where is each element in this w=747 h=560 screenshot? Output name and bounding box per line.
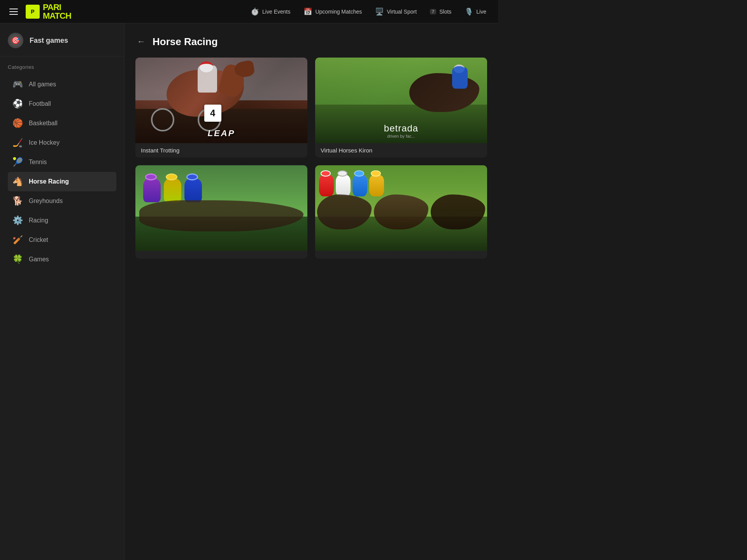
nav-slots-label: Slots (439, 9, 451, 15)
upcoming-matches-icon: 📅 (303, 7, 312, 16)
nav-item-upcoming-matches[interactable]: 📅 Upcoming Matches (298, 4, 367, 19)
logo[interactable]: P PARI MATCH (26, 3, 71, 20)
horse-race3-label (315, 251, 487, 259)
live-casino-icon: 🎙️ (465, 7, 473, 16)
slots-badge: 7 (430, 9, 436, 14)
fast-games-icon: 🎯 (8, 33, 23, 48)
racing-icon: ⚙️ (12, 215, 23, 226)
football-label: Football (29, 100, 51, 107)
game-card-instant-trotting[interactable]: 4 LEAP Instant Trotting (135, 58, 307, 158)
tennis-label: Tennis (29, 159, 47, 166)
race-number: 4 (204, 105, 221, 122)
sidebar-item-all-games[interactable]: 🎮 All games (8, 75, 116, 94)
section-title: Horse Racing (153, 36, 218, 48)
sidebar-item-horse-racing[interactable]: 🐴 Horse Racing (8, 172, 116, 191)
ice-hockey-icon: 🏒 (12, 138, 23, 148)
racing-label: Racing (29, 217, 48, 224)
categories-title: Categories (8, 64, 116, 70)
greyhounds-label: Greyhounds (29, 198, 63, 205)
game-card-virtual-horses-kiron[interactable]: betrada driven by fac... Virtual Horses … (315, 58, 487, 158)
football-icon: ⚽ (12, 99, 23, 109)
cricket-label: Cricket (29, 236, 48, 243)
sidebar-item-cricket[interactable]: 🏏 Cricket (8, 230, 116, 250)
games-grid: 4 LEAP Instant Trotting (135, 58, 487, 259)
nav-live-casino-label: Live (476, 9, 486, 15)
game-card-horse-race-3[interactable] (315, 165, 487, 259)
all-games-label: All games (29, 81, 56, 88)
betrada-name: betrada (384, 123, 418, 133)
virtual-sport-icon: 🖥️ (375, 7, 384, 16)
categories-section: Categories 🎮 All games ⚽ Football 🏀 Bask… (0, 60, 124, 272)
sidebar-item-tennis[interactable]: 🎾 Tennis (8, 152, 116, 172)
sidebar-item-ice-hockey[interactable]: 🏒 Ice Hockey (8, 133, 116, 152)
back-button[interactable]: ← (135, 35, 147, 48)
header: P PARI MATCH ⏱️ Live Events 📅 Upcoming M… (0, 0, 498, 23)
sidebar-item-racing[interactable]: ⚙️ Racing (8, 211, 116, 230)
main-content: ← Horse Racing (124, 23, 498, 560)
nav-virtual-sport-label: Virtual Sport (387, 9, 417, 15)
section-header: ← Horse Racing (135, 35, 487, 48)
sidebar: 🎯 Fast games Categories 🎮 All games ⚽ Fo… (0, 23, 124, 560)
virtual-horses-kiron-label: Virtual Horses Kiron (315, 143, 487, 158)
basketball-icon: 🏀 (12, 118, 23, 128)
instant-trotting-image: 4 LEAP (135, 58, 307, 143)
game-card-horse-race-2[interactable] (135, 165, 307, 259)
hamburger-button[interactable] (6, 5, 21, 18)
leap-logo: LEAP (208, 128, 235, 138)
fast-games-label: Fast games (30, 37, 68, 45)
nav-item-live-events[interactable]: ⏱️ Live Events (245, 4, 296, 19)
sidebar-item-games[interactable]: 🍀 Games (8, 250, 116, 269)
nav-item-virtual-sport[interactable]: 🖥️ Virtual Sport (370, 4, 422, 19)
sidebar-item-basketball[interactable]: 🏀 Basketball (8, 114, 116, 133)
instant-trotting-label: Instant Trotting (135, 143, 307, 158)
sidebar-item-greyhounds[interactable]: 🐕 Greyhounds (8, 191, 116, 211)
nav-live-events-label: Live Events (262, 9, 290, 15)
games-label: Games (29, 256, 49, 263)
horse-racing-label: Horse Racing (29, 178, 69, 185)
greyhounds-icon: 🐕 (12, 196, 23, 206)
horse-race3-image (315, 165, 487, 251)
horse-race2-label (135, 251, 307, 259)
games-icon: 🍀 (12, 254, 23, 264)
fast-games-section[interactable]: 🎯 Fast games (0, 23, 124, 56)
virtual-horses-image: betrada driven by fac... (315, 58, 487, 143)
ice-hockey-label: Ice Hockey (29, 139, 60, 146)
betrada-logo: betrada driven by fac... (384, 123, 418, 138)
sidebar-item-football[interactable]: ⚽ Football (8, 94, 116, 114)
main-nav: ⏱️ Live Events 📅 Upcoming Matches 🖥️ Vir… (245, 4, 492, 19)
cricket-icon: 🏏 (12, 235, 23, 245)
tennis-icon: 🎾 (12, 157, 23, 167)
horse-race2-image (135, 165, 307, 251)
horse-racing-icon: 🐴 (12, 177, 23, 187)
logo-text: PARI MATCH (43, 3, 71, 20)
nav-upcoming-matches-label: Upcoming Matches (315, 9, 362, 15)
betrada-sub: driven by fac... (384, 134, 418, 138)
basketball-label: Basketball (29, 120, 58, 127)
layout: 🎯 Fast games Categories 🎮 All games ⚽ Fo… (0, 23, 498, 560)
nav-item-live-casino[interactable]: 🎙️ Live (459, 4, 492, 19)
nav-item-slots[interactable]: 7 Slots (424, 5, 457, 18)
logo-icon: P (26, 5, 40, 19)
all-games-icon: 🎮 (12, 79, 23, 89)
back-arrow-icon: ← (137, 37, 146, 47)
live-events-icon: ⏱️ (251, 7, 259, 16)
